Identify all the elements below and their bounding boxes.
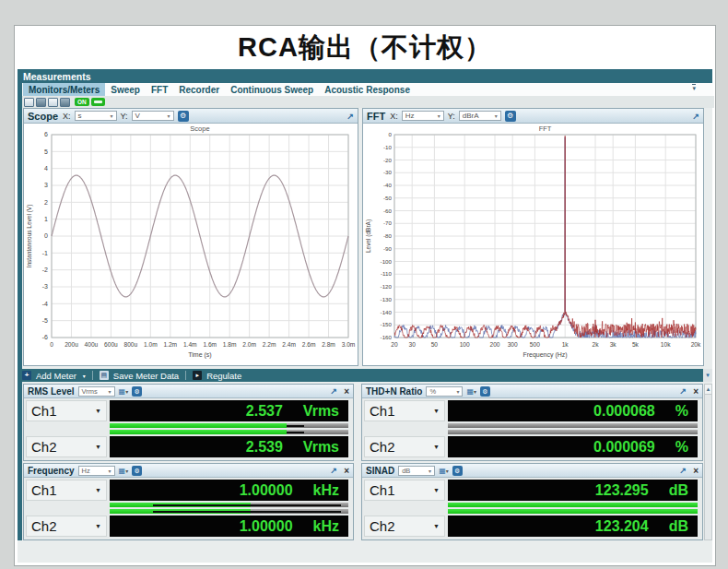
display-style-dropdown[interactable]: ▦▾ (439, 467, 449, 475)
svg-text:-2: -2 (42, 267, 48, 273)
channel-row: Ch1▼ 1.00000kHz (24, 480, 353, 501)
popout-icon[interactable]: ↗ (331, 386, 338, 396)
svg-text:-20: -20 (383, 157, 393, 163)
fft-y-unit-dropdown[interactable]: dBrA▾ (459, 111, 501, 121)
generator-level-icon[interactable] (91, 98, 105, 106)
svg-text:10k: 10k (661, 341, 671, 348)
chevron-down-icon[interactable]: ▾ (83, 373, 86, 379)
meters-view-icon[interactable] (36, 98, 46, 107)
scroll-up-icon[interactable]: ▲ (705, 385, 711, 395)
tab-continuous-sweep[interactable]: Continuous Sweep (225, 83, 319, 96)
svg-text:0: 0 (44, 232, 48, 239)
graph-view-icon[interactable] (48, 98, 58, 107)
tab-acoustic-response[interactable]: Acoustic Response (319, 83, 416, 96)
chevron-down-icon: ▾ (109, 388, 112, 395)
gear-icon[interactable]: ⚙ (132, 386, 142, 397)
channel-selector[interactable]: Ch2▼ (364, 516, 445, 537)
tab-recorder[interactable]: Recorder (173, 83, 225, 96)
close-icon[interactable]: × (693, 466, 699, 476)
svg-text:1.0m: 1.0m (144, 341, 158, 348)
popout-icon[interactable]: ↗ (346, 112, 354, 121)
channel-selector[interactable]: Ch1▼ (364, 480, 445, 501)
svg-text:2: 2 (44, 199, 48, 206)
popout-icon[interactable]: ↗ (692, 112, 699, 121)
gear-icon[interactable]: ⚙ (178, 111, 189, 122)
tab-strip: Monitors/Meters Sweep FFT Recorder Conti… (22, 83, 713, 97)
display-style-dropdown[interactable]: ▦▾ (119, 467, 129, 475)
svg-text:5k: 5k (632, 341, 640, 348)
regulate-button[interactable]: Regulate (206, 371, 241, 381)
page-title: RCA输出（不计权） (15, 26, 715, 69)
layout-monitor-icon[interactable] (24, 98, 34, 107)
divider (92, 371, 93, 380)
meter-body: Ch1▼ 0.000068% Ch2▼ 0.000069% (362, 398, 702, 460)
svg-text:-160: -160 (381, 334, 393, 340)
svg-text:2k: 2k (593, 341, 600, 348)
channel-row: Ch1▼ 2.537Vrms (24, 400, 353, 421)
tab-overflow-icon[interactable]: ▾ (692, 84, 696, 92)
meter-header: SINAD dB▾ ▦▾ ⚙ ↗ × (362, 464, 702, 478)
chevron-down-icon: ▼ (433, 487, 440, 493)
channel-selector[interactable]: Ch2▼ (26, 436, 107, 457)
generator-on-toggle[interactable]: ON (75, 98, 89, 106)
unit-dropdown[interactable]: Vrms▾ (78, 386, 115, 397)
svg-text:-130: -130 (381, 296, 393, 302)
split-view-icon[interactable] (60, 98, 70, 107)
save-meter-data-button[interactable]: Save Meter Data (113, 371, 179, 381)
scope-x-unit-dropdown[interactable]: s▾ (75, 111, 117, 121)
svg-text:-90: -90 (383, 245, 393, 252)
tab-sweep[interactable]: Sweep (105, 83, 146, 96)
popout-icon[interactable]: ↗ (331, 466, 338, 475)
close-icon[interactable]: × (344, 386, 349, 397)
unit-dropdown[interactable]: dB▾ (398, 466, 435, 476)
unit-dropdown[interactable]: Hz▾ (78, 466, 115, 476)
level-bars (110, 423, 348, 434)
chevron-down-icon: ▾ (111, 113, 113, 119)
meter-display: 0.000068% (448, 400, 698, 421)
meter-display: 1.00000kHz (110, 480, 348, 501)
meter-scrollbar[interactable]: ▲ (704, 384, 712, 540)
svg-text:500: 500 (530, 341, 540, 348)
svg-text:-30: -30 (383, 169, 393, 175)
display-style-dropdown[interactable]: ▦▾ (466, 387, 476, 396)
fft-x-unit-dropdown[interactable]: Hz▾ (402, 111, 444, 121)
chevron-down-icon: ▾ (495, 113, 498, 119)
channel-selector[interactable]: Ch2▼ (26, 516, 107, 537)
close-icon[interactable]: × (344, 466, 349, 476)
gear-icon[interactable]: ⚙ (132, 466, 142, 476)
add-meter-button[interactable]: Add Meter (36, 371, 76, 381)
gear-icon[interactable]: ⚙ (452, 466, 463, 476)
channel-selector[interactable]: Ch1▼ (26, 480, 107, 501)
pin-icon[interactable]: ▾ (703, 369, 712, 382)
scope-panel: Scope X: s▾ Y: V▾ ⚙ ↗ -6-5-4-3-2-1012345… (23, 108, 358, 366)
popout-icon[interactable]: ↗ (680, 466, 687, 475)
chevron-down-icon: ▼ (433, 444, 440, 450)
unit-dropdown[interactable]: %▾ (426, 386, 463, 397)
svg-text:-4: -4 (42, 301, 48, 307)
fft-panel-header: FFT X: Hz▾ Y: dBrA▾ ⚙ ↗ (363, 109, 703, 124)
channel-selector[interactable]: Ch2▼ (364, 436, 445, 457)
svg-text:-70: -70 (383, 219, 393, 226)
channel-row: Ch2▼ 123.204dB (362, 516, 702, 537)
display-style-dropdown[interactable]: ▦▾ (119, 387, 129, 396)
svg-text:20: 20 (391, 341, 398, 348)
gear-icon[interactable]: ⚙ (480, 386, 490, 397)
scope-y-unit-dropdown[interactable]: V▾ (132, 111, 174, 121)
svg-text:200u: 200u (65, 341, 78, 348)
svg-text:1.4m: 1.4m (183, 341, 197, 348)
channel-selector[interactable]: Ch1▼ (364, 400, 445, 421)
gear-icon[interactable]: ⚙ (505, 111, 516, 122)
svg-text:3k: 3k (610, 341, 617, 348)
scope-chart-area: -6-5-4-3-2-101234560200u400u600u800u1.0m… (24, 124, 358, 365)
channel-selector[interactable]: Ch1▼ (26, 400, 107, 421)
add-icon: + (22, 371, 31, 380)
tab-fft[interactable]: FFT (146, 83, 173, 96)
bottom-band (18, 540, 712, 563)
popout-icon[interactable]: ↗ (680, 386, 687, 396)
svg-text:-110: -110 (381, 270, 392, 277)
close-icon[interactable]: × (693, 386, 699, 397)
level-bars (110, 503, 348, 514)
svg-text:200: 200 (489, 341, 499, 348)
meter-display: 1.00000kHz (110, 516, 348, 537)
tab-monitors-meters[interactable]: Monitors/Meters (23, 83, 105, 96)
